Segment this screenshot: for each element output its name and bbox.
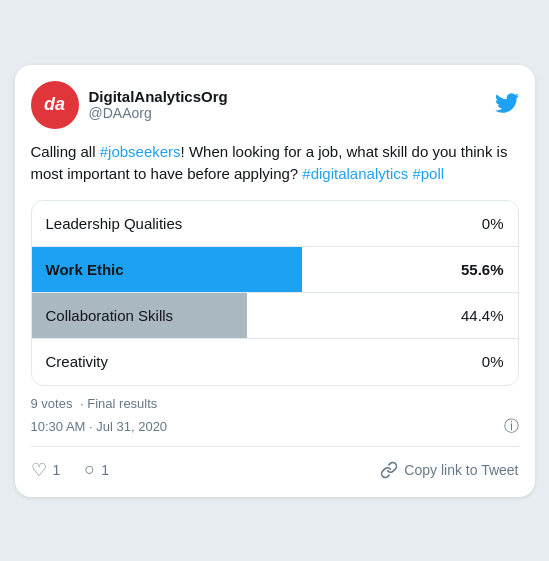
twitter-logo-icon (495, 91, 519, 119)
account-handle[interactable]: @DAAorg (89, 105, 228, 121)
tweet-body: Calling all #jobseekers! When looking fo… (31, 141, 519, 186)
poll-option-1[interactable]: Leadership Qualities 0% (32, 201, 518, 247)
poll-option-2-pct: 55.6% (461, 261, 504, 278)
poll-option-4[interactable]: Creativity 0% (32, 339, 518, 385)
poll-option-3[interactable]: Collaboration Skills 44.4% (32, 293, 518, 339)
account-details: DigitalAnalyticsOrg @DAAorg (89, 88, 228, 121)
poll-option-4-label: Creativity (46, 353, 109, 370)
vote-count: 9 votes (31, 396, 73, 411)
tweet-time-row: 10:30 AM · Jul 31, 2020 ⓘ (31, 417, 519, 436)
poll-option-1-label: Leadership Qualities (46, 215, 183, 232)
poll-option-2[interactable]: Work Ethic 55.6% (32, 247, 518, 293)
poll-option-3-label: Collaboration Skills (46, 307, 174, 324)
tweet-timestamp: 10:30 AM · Jul 31, 2020 (31, 419, 168, 434)
copy-link-label: Copy link to Tweet (404, 462, 518, 478)
comment-button[interactable]: ○ 1 (84, 459, 109, 480)
poll-option-1-pct: 0% (482, 215, 504, 232)
poll-option-2-label: Work Ethic (46, 261, 124, 278)
hashtag-poll[interactable]: #poll (412, 165, 444, 182)
poll-option-4-pct: 0% (482, 353, 504, 370)
comment-icon: ○ (84, 459, 95, 480)
poll-meta: 9 votes · Final results (31, 396, 519, 411)
hashtag-jobseekers[interactable]: #jobseekers (100, 143, 181, 160)
heart-icon: ♡ (31, 459, 47, 481)
tweet-header: da DigitalAnalyticsOrg @DAAorg (31, 81, 519, 129)
link-icon (380, 461, 398, 479)
divider (31, 446, 519, 447)
poll-option-3-pct: 44.4% (461, 307, 504, 324)
hashtag-digitalanalytics[interactable]: #digitalanalytics (302, 165, 408, 182)
tweet-card: da DigitalAnalyticsOrg @DAAorg Calling a… (15, 65, 535, 497)
account-name[interactable]: DigitalAnalyticsOrg (89, 88, 228, 105)
copy-link-button[interactable]: Copy link to Tweet (380, 461, 518, 479)
avatar: da (31, 81, 79, 129)
poll-status: Final results (87, 396, 157, 411)
comment-count: 1 (101, 462, 109, 478)
account-info-group: da DigitalAnalyticsOrg @DAAorg (31, 81, 228, 129)
like-count: 1 (53, 462, 61, 478)
tweet-actions: ♡ 1 ○ 1 Copy link to Tweet (31, 455, 519, 481)
info-icon[interactable]: ⓘ (504, 417, 519, 436)
poll-container: Leadership Qualities 0% Work Ethic 55.6%… (31, 200, 519, 386)
like-button[interactable]: ♡ 1 (31, 459, 61, 481)
